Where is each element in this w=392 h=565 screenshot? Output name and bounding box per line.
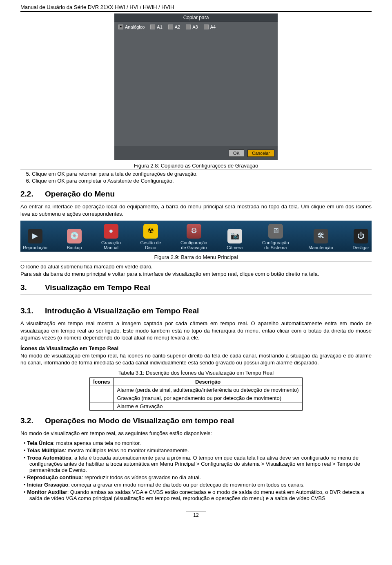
table-cell-icon (90, 402, 114, 410)
cancel-button[interactable]: Cancelar (247, 150, 274, 157)
disk-icon: ☢ (143, 224, 158, 239)
divider (20, 428, 372, 428)
camera-icon: 📷 (227, 229, 242, 243)
dialog-channel-row: Analógico A1 A2 A3 A4 (114, 22, 278, 32)
menu-label: Configuração de Gravação (180, 240, 207, 250)
section-2-2-heading: 2.2. Operação do Menu (20, 190, 372, 199)
doc-header: Manual de Usuário da Série DVR 21XX HWI … (20, 4, 372, 12)
feature-name: Telas Múltiplas (27, 447, 65, 453)
play-icon: ▶ (28, 229, 42, 243)
menu-item-desligar[interactable]: ⏻Desligar (353, 229, 369, 250)
feature-list: Tela Única: mostra apenas uma tela no mo… (24, 440, 372, 501)
divider (20, 170, 372, 170)
feature-name: Tela Única (27, 440, 53, 446)
menu-label: Câmera (227, 245, 243, 250)
section-title: Visualização em Tempo Real (45, 283, 150, 292)
checkbox-icon (118, 25, 123, 29)
checkbox-a1[interactable]: A1 (150, 25, 162, 29)
post-menu-line-2: Para sair da barra do menu principal e v… (20, 270, 372, 278)
menu-item-manutencao[interactable]: 🛠Manutenção (308, 229, 333, 250)
table-row: Alarme (perda de sinal, adulteração/inte… (90, 386, 302, 394)
menu-label: Desligar (353, 245, 369, 250)
table-cell-desc: Alarme e Gravação (114, 402, 302, 410)
table-row: Gravação (manual, por agendamento ou por… (90, 394, 302, 402)
section-title: Operação do Menu (45, 190, 115, 199)
feature-name: Reprodução contínua (27, 474, 82, 480)
checkbox-label: A4 (210, 25, 216, 29)
page-number: 12 (186, 511, 206, 518)
main-menu-bar: ▶Reprodução 💿Backup ●Gravação Manual ☢Ge… (20, 221, 372, 252)
ok-button[interactable]: OK (229, 150, 244, 157)
menu-item-reproducao[interactable]: ▶Reprodução (23, 229, 47, 250)
list-item: Telas Múltiplas: mostra múltiplas telas … (24, 447, 372, 453)
checkbox-label: A1 (157, 25, 162, 29)
section-3-1-heading: 3.1. Introdução à Visualização em Tempo … (20, 306, 372, 315)
menu-item-config-sistema[interactable]: 🖥Configuração do Sistema (262, 224, 289, 250)
checkbox-label: Analógico (125, 25, 145, 29)
menu-label: Configuração do Sistema (262, 240, 289, 250)
wrench-icon: 🛠 (314, 229, 328, 243)
table-cell-icon (90, 386, 114, 394)
disc-icon: 💿 (67, 229, 82, 243)
table-header-desc: Descrição (114, 377, 302, 386)
divider (20, 295, 372, 295)
section-title: Operações no Modo de Visualização em tem… (45, 416, 234, 425)
checkbox-a2[interactable]: A2 (168, 25, 180, 29)
dialog-body (114, 32, 278, 146)
feature-name: Troca Automática (27, 455, 71, 461)
icons-subhead: Ícones da Visualização em Tempo Real (20, 345, 118, 351)
section-number: 3.1. (20, 306, 35, 315)
checkbox-label: A3 (192, 25, 198, 29)
checkbox-a3[interactable]: A3 (186, 25, 198, 29)
checkbox-icon (204, 25, 209, 29)
divider (20, 201, 372, 201)
menu-label: Gestão de Disco (140, 240, 161, 250)
dialog-title: Copiar para (114, 13, 278, 22)
figure-caption-29: Figura 2.9: Barra do Menu Principal (20, 254, 372, 260)
record-icon: ● (104, 224, 118, 239)
gear-icon: ⚙ (187, 224, 201, 239)
feature-desc: : Quando ambas as saídas VGA e CVBS estã… (29, 489, 364, 501)
divider (20, 261, 372, 261)
menu-item-config-gravacao[interactable]: ⚙Configuração de Gravação (180, 224, 207, 250)
section-3-2-heading: 3.2. Operações no Modo de Visualização e… (20, 416, 372, 425)
list-item: Tela Única: mostra apenas uma tela no mo… (24, 440, 372, 446)
dialog-footer: OK Cancelar (114, 146, 278, 160)
feature-name: Iniciar Gravação (27, 482, 68, 488)
menu-item-camera[interactable]: 📷Câmera (227, 229, 243, 250)
step-5: Clique em OK para retornar para a tela d… (32, 171, 372, 177)
table-cell-desc: Gravação (manual, por agendamento ou por… (114, 394, 302, 402)
figure-caption-28: Figura 2.8: Copiando as Configurações de… (20, 163, 372, 169)
feature-desc: : começar a gravar em modo normal de dia… (68, 482, 305, 488)
menu-label: Gravação Manual (101, 240, 121, 250)
feature-desc: : reproduzir todos os vídeos gravados no… (82, 474, 201, 480)
table-header-row: Ícones Descrição (90, 377, 302, 386)
table-row: Alarme e Gravação (90, 402, 302, 410)
checkbox-analog[interactable]: Analógico (118, 25, 145, 29)
feature-desc: : mostra múltiplas telas no monitor simu… (65, 447, 189, 453)
checkbox-icon (186, 25, 191, 29)
section-title: Introdução à Visualização em Tempo Real (45, 306, 199, 315)
system-icon: 🖥 (268, 224, 283, 239)
checkbox-label: A2 (175, 25, 180, 29)
menu-item-gravacao-manual[interactable]: ●Gravação Manual (101, 224, 121, 250)
section-number: 3. (20, 283, 35, 292)
step-list: Clique em OK para retornar para a tela d… (32, 171, 372, 184)
post-menu-line-1: O ícone do atual submenu fica marcado em… (20, 263, 372, 270)
checkbox-icon (168, 25, 173, 29)
menu-item-gestao-disco[interactable]: ☢Gestão de Disco (140, 224, 161, 250)
menu-item-backup[interactable]: 💿Backup (67, 229, 82, 250)
table-caption-31: Tabela 3.1: Descrição dos Ícones da Visu… (20, 370, 372, 376)
step-6: Clique em OK para completar o Assistente… (32, 178, 372, 184)
menu-label: Backup (67, 245, 82, 250)
section-3-1-p1: A visualização em tempo real mostra a im… (20, 320, 372, 342)
section-number: 3.2. (20, 416, 35, 425)
checkbox-a4[interactable]: A4 (204, 25, 216, 29)
feature-desc: : mostra apenas uma tela no monitor. (53, 440, 141, 446)
table-cell-icon (90, 394, 114, 402)
feature-name: Monitor Auxiliar (27, 489, 67, 495)
section-3-2-intro: No modo de visualização em tempo real, a… (20, 430, 372, 437)
divider (20, 318, 372, 318)
feature-desc: : a tela é trocada automaticamente para … (29, 455, 360, 473)
list-item: Monitor Auxiliar: Quando ambas as saídas… (24, 489, 372, 501)
